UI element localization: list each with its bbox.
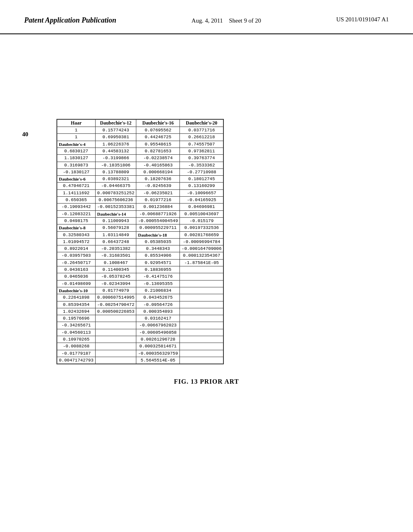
cell-daub8-r6: 0.0436163 [57,266,96,273]
cell-daub16-val6: -0.40165863 [136,162,180,168]
cell-empty11 [180,322,223,329]
cell-daub4-r1: 0.6830127 [57,148,96,154]
cell-daub4-r4: -0.1830127 [57,168,96,175]
table-row: -0.34265671 -0.00667962023 [57,322,223,329]
cell-daub12-val7: 0.13788809 [95,168,136,175]
cell-daub18-header: Daubechie's-18 [136,231,180,238]
table-row: 1.02432694 0.000500226853 0.000354893 [57,308,223,315]
table-row: 1.14111692 0.000783251252 -0.06235021 -0… [57,189,223,196]
header-center: Aug. 4, 2011 Sheet 9 of 20 [192,16,261,25]
cell-daub14-r3: 1.03114849 [95,231,136,238]
cell-daub8-r3: 0.8922014 [57,245,96,252]
cell-daub10-r8: -0.0088268 [57,343,96,350]
table-row: 0.0465036 -0.05378245 -0.41475176 [57,273,223,280]
cell-empty2 [180,273,223,280]
cell-daub18-r12: 0.03162417 [136,315,180,322]
cell-daub8-r1: 0.32580343 [57,231,96,238]
page-content: 40 Haar Daubechie's-12 Daubechie's-16 Da… [0,34,413,398]
table-row: 0.32580343 1.03114849 Daubechie's-18 0.0… [57,231,223,238]
cell-daub14-r11: 0.01774979 [95,287,136,294]
cell-daub14-r4: 0.66437248 [95,238,136,245]
header-title: Patent Application Publication [24,16,116,25]
cell-daub10-r10: 0.00471742793 [57,357,96,364]
cell-daub14-r1: 0.11009943 [95,217,136,224]
cell-daub20-val10: -0.10096657 [180,189,223,196]
cell-daub20-val5: 0.39763774 [180,155,223,162]
cell-daub14-r8: 0.11400345 [95,266,136,273]
cell-daub20-val13: 0.00510043697 [180,210,223,217]
cell-daub8-r8: -0.01498699 [57,280,96,287]
table-row: 1.1830127 -0.3199866 -0.02238574 0.39763… [57,155,223,162]
table-row: 0.85394354 -0.00254790472 -0.09564726 [57,301,223,308]
cell-empty10 [95,322,136,329]
section-header-daub6: Daubechie's-6 [57,176,96,183]
cell-daub20-val14: -0.015179 [180,217,223,224]
table-row: 0.6830127 0.44583132 0.82781653 0.973628… [57,148,223,154]
section-header-daub10: Daubechie's-10 [57,287,96,294]
cell-daub6-r4: -0.19093442 [57,204,96,210]
cell-haar-2: 1 [57,134,96,141]
table-row: -0.1830127 0.13788809 0.000668194 -0.277… [57,168,223,175]
cell-daub20-val2: 0.26612218 [180,134,223,141]
cell-daub14-header: Daubechie's-14 [95,210,136,217]
cell-daub18-r17: -0.000356329759 [136,350,180,357]
cell-empty12 [95,329,136,336]
cell-daub16-val12: 0.001236884 [136,204,180,210]
cell-daub12-val10: 0.000783251252 [95,189,136,196]
cell-empty19 [180,350,223,357]
cell-empty5 [180,294,223,301]
cell-daub18-r16: 0.000325814671 [136,343,180,350]
cell-empty21 [180,357,223,364]
cell-daub16-val11: 0.01977216 [136,197,180,204]
cell-daub6-r2: 1.14111692 [57,189,96,196]
cell-daub10-r9: -0.01779187 [57,350,96,357]
cell-daub10-r7: 0.10970265 [57,336,96,343]
cell-empty13 [180,329,223,336]
cell-daub14-r5: -0.20351382 [95,245,136,252]
cell-daub6-r3: 0.650365 [57,197,96,204]
cell-daub20-val17: -0.00096994784 [180,238,223,245]
cell-daub20-val15: 0.00197332536 [180,224,223,231]
cell-daub16-val5: -0.02238574 [136,155,180,162]
cell-daub12-val8: 0.03892321 [95,176,136,183]
cell-daub18-r5: 0.18836955 [136,266,180,273]
cell-daub16-val9: -0.0245639 [136,183,180,189]
cell-empty9 [180,315,223,322]
cell-daub20-val7: -0.27710988 [180,168,223,175]
cell-daub16-val1: 0.07695562 [136,127,180,134]
cell-daub18-r3: 0.85534906 [136,252,180,259]
cell-empty18 [95,350,136,357]
table-row: 1 0.69950381 0.44246725 0.26612218 [57,134,223,141]
cell-empty17 [180,343,223,350]
cell-daub12-val12: -0.00152353381 [95,204,136,210]
cell-daub16-val7: 0.000668194 [136,168,180,175]
cell-daub12-val11: 0.00675606236 [95,197,136,204]
cell-daub18-r8: 0.21006834 [136,287,180,294]
table-row: -0.01498699 -0.02343994 -0.13695355 [57,280,223,287]
section-header-daub4: Daubechie's-4 [57,141,96,148]
table-row: 0.8922014 -0.20351382 0.3448343 -0.00016… [57,245,223,252]
cell-daub16-val4: 0.82781653 [136,148,180,154]
cell-daub14-r14: 0.000500226853 [95,308,136,315]
cell-daub18-r2: 0.3448343 [136,245,180,252]
cell-daub12-val4: 0.44583132 [95,148,136,154]
table-row: -0.12083221 Daubechie's-14 -0.0068877192… [57,210,223,217]
table-row: -0.19093442 -0.00152353381 0.001236884 0… [57,204,223,210]
cell-daub8-r5: -0.26450717 [57,259,96,266]
page-header: Patent Application Publication Aug. 4, 2… [0,0,413,34]
cell-daub18-r15: 0.00261296728 [136,336,180,343]
table-row: 0.0436163 0.11400345 0.18836955 [57,266,223,273]
cell-daub8-r7: 0.0465036 [57,273,96,280]
table-row: Daubechie's-4 1.06226376 0.95548615 0.74… [57,141,223,148]
cell-daub18-r7: -0.13695355 [136,280,180,287]
cell-daub14-r12: 0.000607514995 [95,294,136,301]
cell-empty15 [180,336,223,343]
table-row: 0.00471742793 5.5645514E-05 [57,357,223,364]
cell-daub6-r6: 0.0498175 [57,217,96,224]
fig-caption: FIG. 13 PRIOR ART [24,378,389,385]
cell-daub16-val14: -0.000554004549 [136,217,180,224]
col-header-daub16: Daubechie's-16 [136,119,180,127]
cell-daub4-r3: 0.3169873 [57,162,96,168]
table-row: -0.26450717 0.1008467 0.92954571 -1.8758… [57,259,223,266]
table-row: 0.10970265 0.00261296728 [57,336,223,343]
